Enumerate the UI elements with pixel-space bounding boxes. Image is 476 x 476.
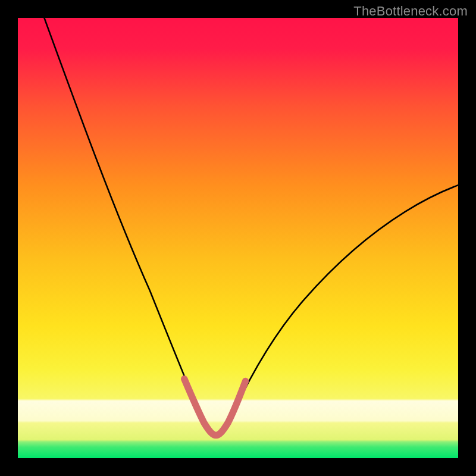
plot-area [18,18,458,458]
plot-svg [18,18,458,458]
chart-stage: TheBottleneck.com [0,0,476,476]
gradient-background [18,18,458,458]
watermark-text: TheBottleneck.com [353,4,468,19]
